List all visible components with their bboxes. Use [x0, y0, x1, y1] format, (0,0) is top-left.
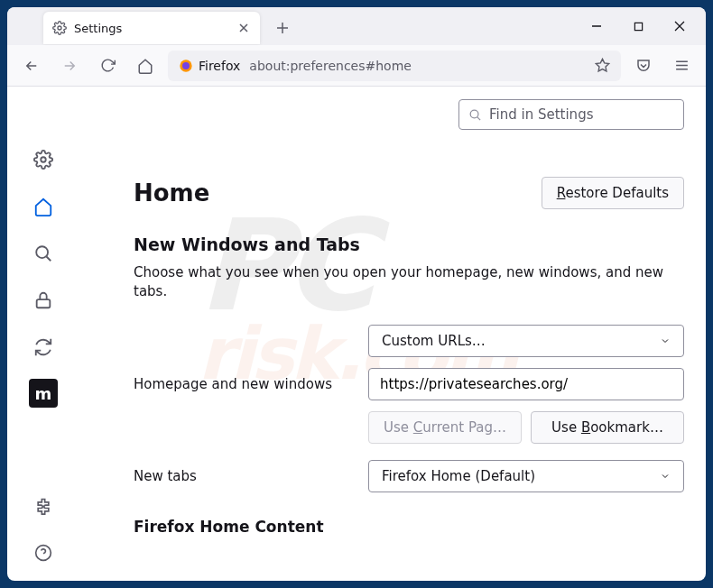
sidebar-search[interactable]	[24, 234, 62, 272]
chevron-down-icon	[660, 335, 671, 346]
section-subtext: Choose what you see when you open your h…	[134, 263, 684, 301]
toolbar: Firefox about:preferences#home	[7, 45, 706, 87]
use-bookmark-button[interactable]: Use Bookmark…	[531, 411, 684, 444]
svg-point-5	[41, 157, 46, 162]
svg-marker-4	[596, 59, 608, 70]
firefox-logo-icon	[179, 59, 193, 73]
sidebar-privacy[interactable]	[24, 281, 62, 319]
close-window-button[interactable]	[659, 10, 700, 42]
homepage-mode-select[interactable]: Custom URLs…	[368, 325, 684, 357]
firefox-home-content-heading: Firefox Home Content	[134, 518, 684, 536]
find-placeholder: Find in Settings	[489, 106, 593, 123]
sidebar-extensions[interactable]	[24, 487, 62, 525]
homepage-url-input[interactable]	[368, 368, 684, 400]
urlbar-brand: Firefox	[199, 59, 240, 73]
sidebar-more-mozilla[interactable]: m	[29, 379, 58, 408]
maximize-button[interactable]	[617, 10, 659, 42]
forward-button[interactable]	[54, 51, 85, 81]
svg-point-6	[36, 246, 48, 258]
tab-title: Settings	[74, 22, 229, 35]
settings-main: Find in Settings Home Restore Defaults N…	[79, 87, 706, 581]
settings-sidebar: m	[7, 87, 79, 581]
svg-point-3	[182, 62, 190, 69]
new-tab-button[interactable]	[269, 14, 296, 41]
urlbar-url: about:preferences#home	[249, 59, 586, 73]
app-menu-button[interactable]	[666, 51, 697, 81]
section-heading: New Windows and Tabs	[134, 234, 684, 254]
svg-point-9	[470, 110, 478, 118]
homepage-mode-value: Custom URLs…	[382, 333, 486, 349]
search-icon	[468, 108, 482, 122]
newtabs-select[interactable]: Firefox Home (Default)	[368, 460, 684, 492]
minimize-button[interactable]	[576, 10, 617, 42]
sidebar-general[interactable]	[24, 141, 62, 179]
sidebar-help[interactable]	[24, 534, 62, 572]
pocket-button[interactable]	[628, 51, 659, 81]
newtabs-label: New tabs	[134, 468, 368, 484]
tab-bar: Settings	[7, 7, 706, 45]
restore-defaults-button[interactable]: Restore Defaults	[542, 177, 684, 209]
svg-point-0	[58, 26, 61, 30]
gear-icon	[52, 21, 67, 35]
home-button[interactable]	[130, 51, 161, 81]
page-title: Home	[134, 179, 209, 207]
newtabs-value: Firefox Home (Default)	[382, 468, 535, 484]
svg-rect-1	[634, 23, 642, 30]
window-controls	[576, 7, 700, 45]
urlbar-identity: Firefox	[179, 59, 240, 73]
browser-tab[interactable]: Settings	[43, 12, 260, 44]
reload-button[interactable]	[92, 51, 123, 81]
use-current-pages-button[interactable]: Use Current Pages	[368, 411, 522, 444]
sidebar-sync[interactable]	[24, 328, 62, 366]
bookmark-star-icon[interactable]	[595, 58, 610, 73]
url-bar[interactable]: Firefox about:preferences#home	[168, 51, 621, 81]
svg-rect-7	[37, 299, 51, 308]
homepage-label: Homepage and new windows	[134, 376, 368, 392]
find-in-settings[interactable]: Find in Settings	[458, 99, 684, 130]
back-button[interactable]	[16, 51, 47, 81]
close-tab-icon[interactable]	[236, 21, 251, 35]
chevron-down-icon	[660, 471, 671, 482]
sidebar-home[interactable]	[24, 188, 62, 225]
